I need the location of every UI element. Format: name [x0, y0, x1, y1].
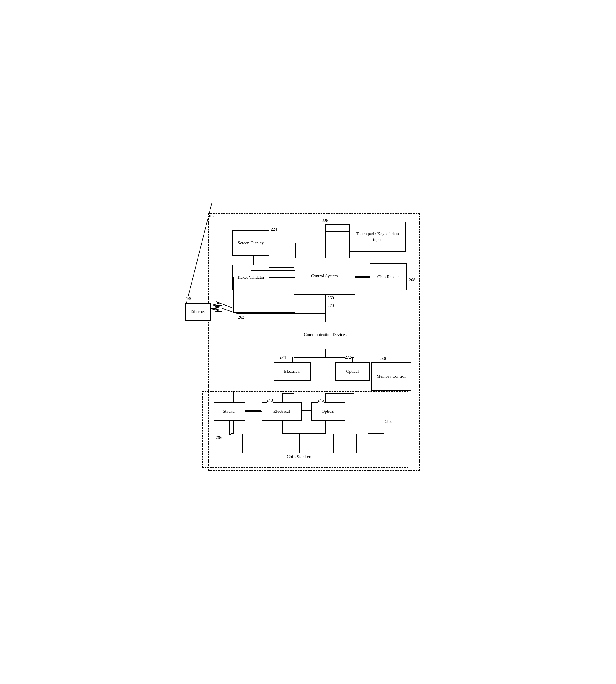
control-system-box: Control System — [294, 258, 355, 295]
stacker-box: Stacker — [214, 402, 245, 421]
label-240: 240 — [380, 356, 386, 361]
label-246: 246 — [317, 398, 324, 403]
screen-display-box: Screen Display — [232, 230, 269, 256]
label-274: 274 — [280, 355, 286, 360]
electrical-upper-label: Electrical — [284, 369, 301, 374]
label-260: 260 — [328, 295, 334, 301]
memory-control-box: Memory Control — [371, 362, 411, 391]
label-224: 224 — [271, 227, 278, 232]
ticket-validator-box: Ticket Validator — [232, 265, 269, 290]
stacker-label: Stacker — [223, 409, 236, 415]
label-296: 296 — [216, 435, 222, 440]
label-140: 140 — [186, 296, 193, 301]
communication-devices-label: Communication Devices — [304, 332, 347, 338]
electrical-upper-box: Electrical — [274, 362, 311, 381]
chip-reader-box: Chip Reader — [370, 263, 407, 290]
touchpad-label: Touch pad / Keypad data input — [351, 231, 404, 242]
optical-upper-box: Optical — [335, 362, 370, 381]
chip-reader-label: Chip Reader — [377, 274, 399, 280]
optical-upper-label: Optical — [346, 369, 358, 374]
memory-control-label: Memory Control — [377, 374, 405, 379]
diagram-container: 162 Ethernet 140 Screen Display 224 Touc… — [185, 202, 431, 482]
control-system-label: Control System — [311, 273, 338, 279]
label-268: 268 — [409, 278, 416, 282]
label-262: 262 — [238, 315, 245, 319]
ethernet-label: Ethernet — [191, 309, 205, 315]
touchpad-box: Touch pad / Keypad data input — [350, 222, 405, 252]
chip-stackers-container: Chip Stackers — [231, 434, 368, 462]
label-294: 294 — [386, 419, 392, 424]
electrical-lower-label: Electrical — [273, 409, 290, 415]
optical-lower-label: Optical — [322, 409, 334, 415]
ethernet-box: Ethernet — [185, 303, 211, 321]
label-248: 248 — [267, 398, 273, 403]
label-272: 272 — [345, 355, 351, 360]
label-226: 226 — [322, 218, 328, 223]
optical-lower-box: Optical — [311, 402, 345, 421]
electrical-lower-box: Electrical — [262, 402, 302, 421]
ticket-validator-label: Ticket Validator — [237, 275, 264, 281]
label-270: 270 — [328, 303, 334, 308]
communication-devices-box: Communication Devices — [289, 321, 361, 349]
screen-display-label: Screen Display — [238, 240, 264, 246]
chip-stackers-label: Chip Stackers — [232, 453, 368, 459]
